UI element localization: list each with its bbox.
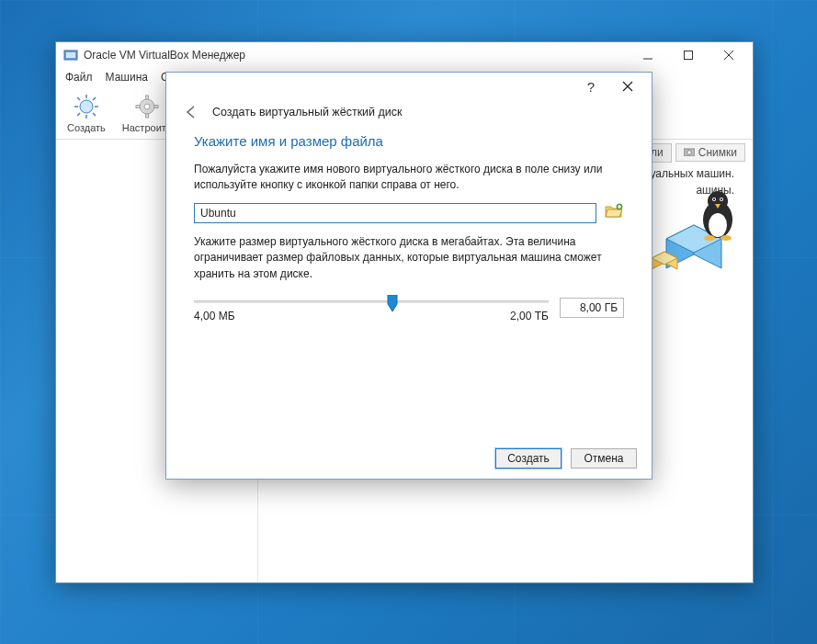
camera-icon [684, 146, 695, 159]
browse-folder-button[interactable] [604, 203, 624, 223]
svg-line-11 [77, 97, 80, 100]
svg-line-13 [93, 97, 96, 100]
slider-range-labels: 4,00 МБ 2,00 ТБ [194, 310, 549, 322]
main-titlebar: Oracle VM VirtualBox Менеджер [56, 42, 753, 68]
svg-point-6 [80, 100, 93, 113]
toolbar-create-button[interactable]: Создать [63, 91, 109, 135]
dialog-paragraph-1: Пожалуйста укажите имя нового виртуально… [194, 162, 624, 194]
tab-snapshots-label: Снимки [698, 146, 737, 159]
svg-rect-17 [145, 96, 148, 99]
svg-point-35 [713, 198, 715, 200]
create-button[interactable]: Создать [495, 448, 562, 469]
main-window-title: Oracle VM VirtualBox Менеджер [84, 49, 245, 62]
svg-rect-1 [66, 52, 75, 58]
svg-rect-19 [136, 105, 140, 107]
svg-point-39 [721, 235, 732, 241]
dialog-close-button[interactable] [609, 73, 646, 99]
svg-point-38 [704, 235, 715, 241]
dialog-titlebar: ? [166, 73, 652, 100]
folder-open-icon [605, 203, 623, 222]
disk-file-row [194, 203, 624, 223]
virtualbox-app-icon [63, 48, 78, 62]
svg-rect-20 [154, 105, 158, 107]
tab-snapshots[interactable]: Снимки [675, 143, 745, 162]
dialog-footer: Создать Отмена [166, 438, 652, 479]
gear-icon [133, 93, 161, 120]
back-arrow-icon[interactable] [183, 104, 199, 120]
svg-line-12 [93, 113, 96, 116]
dialog-paragraph-2: Укажите размер виртуального жёсткого дис… [194, 234, 624, 282]
sun-new-icon [73, 93, 100, 120]
toolbar-create-label: Создать [67, 122, 106, 133]
slider-max-label: 2,00 ТБ [510, 310, 549, 322]
dialog-help-button[interactable]: ? [573, 73, 609, 99]
maximize-button[interactable] [668, 42, 709, 68]
svg-point-23 [687, 151, 691, 155]
size-value-text: 8,00 ГБ [580, 301, 618, 314]
svg-point-36 [721, 198, 722, 200]
svg-rect-18 [145, 114, 148, 118]
dialog-heading: Укажите имя и размер файла [194, 133, 624, 149]
svg-point-31 [709, 213, 727, 237]
svg-line-14 [77, 113, 80, 116]
menu-machine[interactable]: Машина [106, 71, 148, 84]
disk-size-control: 4,00 МБ 2,00 ТБ 8,00 ГБ [194, 293, 624, 322]
size-slider[interactable] [194, 300, 549, 304]
dialog-header-title: Создать виртуальный жёсткий диск [212, 106, 403, 119]
slider-thumb-icon[interactable] [386, 295, 399, 313]
virtualbox-mascot-image [650, 190, 742, 291]
svg-rect-3 [685, 51, 693, 60]
menu-file[interactable]: Файл [65, 71, 93, 84]
dialog-header: Создать виртуальный жёсткий диск [166, 100, 652, 133]
toolbar-settings-label: Настроить [122, 122, 172, 133]
close-button[interactable] [709, 42, 749, 68]
slider-min-label: 4,00 МБ [194, 310, 235, 322]
svg-point-16 [144, 104, 150, 109]
create-disk-dialog: ? Создать виртуальный жёсткий диск Укажи… [165, 72, 652, 480]
size-value-box[interactable]: 8,00 ГБ [560, 298, 624, 318]
dialog-body: Укажите имя и размер файла Пожалуйста ук… [166, 133, 652, 438]
cancel-button[interactable]: Отмена [571, 448, 637, 469]
disk-name-input[interactable] [194, 203, 596, 223]
minimize-button[interactable] [628, 42, 668, 68]
